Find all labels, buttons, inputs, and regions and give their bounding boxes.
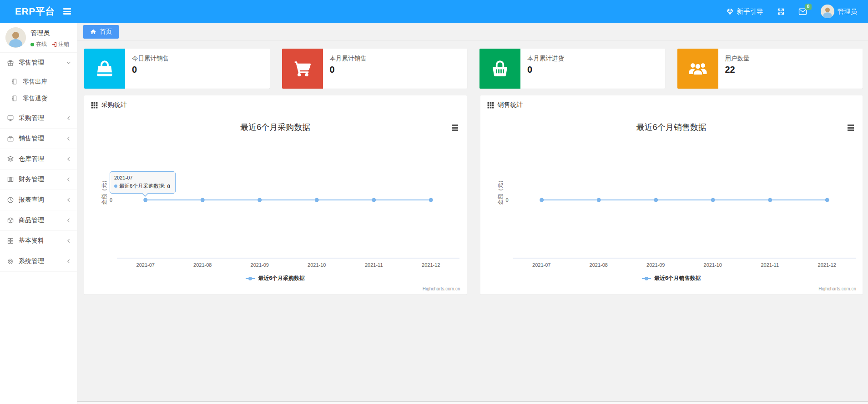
shopping-bag-icon	[84, 49, 125, 89]
sidebar-item-label: 仓库管理	[19, 155, 44, 163]
page-footer	[77, 401, 868, 404]
sidebar-item-retail-outbound[interactable]: 零售出库	[0, 73, 77, 90]
grid-icon	[7, 237, 15, 244]
legend-item[interactable]: 最近6个月销售数据	[480, 274, 863, 282]
chart-tooltip: 2021-07 最近6个月采购数据: 0	[110, 171, 176, 194]
sidebar-item-label: 零售管理	[19, 59, 44, 67]
legend-marker-icon	[642, 276, 651, 281]
online-status-label: 在线	[36, 40, 47, 48]
sidebar-item-warehouse[interactable]: 仓库管理	[0, 149, 77, 170]
highcharts-credit-link[interactable]: Highcharts.com.cn	[423, 286, 460, 291]
layers-icon	[7, 155, 15, 163]
sidebar-item-label: 系统管理	[19, 257, 44, 265]
sidebar-submenu-retail: 零售出库 零售退货	[0, 73, 77, 108]
sidebar-item-label: 商品管理	[19, 216, 44, 224]
messages-button[interactable]: 0	[798, 8, 807, 15]
stat-label: 本月累计销售	[330, 55, 367, 63]
chevron-left-icon	[66, 177, 71, 182]
chevron-left-icon	[66, 239, 71, 243]
sidebar-user-card: 管理员 在线 注销	[0, 23, 77, 53]
clock-icon	[7, 196, 15, 204]
chevron-down-icon	[66, 60, 71, 65]
sidebar-menu: 零售管理 零售出库 零售退货	[0, 53, 77, 272]
home-icon	[90, 29, 96, 35]
stat-value: 22	[725, 65, 750, 75]
chevron-left-icon	[66, 259, 71, 264]
sales-chart: 最近6个月销售数据 金额（元） 0 2021-072021-082021-092…	[480, 115, 863, 294]
monitor-icon	[7, 115, 15, 122]
tab-bar: 首页	[77, 23, 868, 41]
sidebar-item-label: 零售退货	[23, 95, 47, 103]
stat-value: 0	[330, 65, 367, 75]
sidebar-item-reports[interactable]: 报表查询	[0, 190, 77, 210]
gear-icon	[7, 258, 15, 265]
series-dot-icon	[114, 185, 117, 188]
file-icon	[11, 78, 19, 85]
avatar	[821, 5, 834, 18]
sidebar: 管理员 在线 注销 零售管理	[0, 23, 77, 404]
app-brand: ERP平台	[0, 5, 55, 18]
chevron-left-icon	[66, 157, 71, 161]
briefcase-icon	[7, 135, 15, 142]
chart-panels-row: 采购统计 最近6个月采购数据 金额（元） 0 2021-072021-08202…	[77, 89, 868, 294]
top-navbar: ERP平台 新手引导 0	[0, 0, 868, 23]
sidebar-item-label: 销售管理	[19, 135, 44, 143]
stat-card-month-sales: 本月累计销售 0	[282, 49, 468, 89]
package-icon	[7, 217, 15, 224]
logout-button[interactable]: 注销	[51, 40, 69, 48]
stat-label: 本月累计进货	[527, 55, 564, 63]
sidebar-item-retail-return[interactable]: 零售退货	[0, 90, 77, 107]
fullscreen-button[interactable]	[777, 8, 785, 15]
stat-value: 0	[527, 65, 564, 75]
chevron-left-icon	[66, 198, 71, 202]
book-icon	[7, 176, 15, 183]
chevron-left-icon	[66, 116, 71, 120]
legend-item[interactable]: 最近6个月采购数据	[84, 274, 467, 282]
tooltip-arrow	[141, 193, 149, 197]
sidebar-item-retail[interactable]: 零售管理	[0, 53, 77, 73]
sidebar-toggle-icon[interactable]	[63, 8, 71, 14]
highcharts-credit-link[interactable]: Highcharts.com.cn	[818, 286, 856, 291]
th-grid-icon	[487, 102, 494, 109]
stat-label: 用户数量	[725, 55, 750, 63]
sidebar-item-basic-data[interactable]: 基本资料	[0, 231, 77, 251]
sidebar-item-label: 财务管理	[19, 175, 44, 184]
user-menu[interactable]: 管理员	[821, 5, 858, 18]
online-status-dot	[30, 43, 34, 46]
th-grid-icon	[91, 102, 98, 109]
shopping-cart-icon	[282, 49, 323, 89]
panel-title: 销售统计	[498, 101, 523, 109]
sidebar-user-name: 管理员	[30, 29, 69, 37]
beginner-guide-label: 新手引导	[737, 7, 763, 16]
stat-value: 0	[132, 65, 169, 75]
beginner-guide-button[interactable]: 新手引导	[726, 7, 763, 16]
sidebar-item-purchase[interactable]: 采购管理	[0, 108, 77, 129]
sidebar-item-goods[interactable]: 商品管理	[0, 210, 77, 231]
stat-label: 今日累计销售	[132, 55, 169, 63]
main-content: 首页 今日累计销售 0	[77, 23, 868, 404]
legend-marker-icon	[246, 276, 255, 281]
fullscreen-icon	[777, 8, 785, 15]
sidebar-item-sales[interactable]: 销售管理	[0, 129, 77, 149]
tab-home[interactable]: 首页	[83, 25, 119, 39]
stat-cards-row: 今日累计销售 0 本月累计销售 0	[77, 41, 868, 89]
gift-icon	[7, 59, 15, 66]
purchase-chart: 最近6个月采购数据 金额（元） 0 2021-072021-082021-092…	[84, 115, 467, 294]
logout-icon	[51, 42, 57, 47]
user-name: 管理员	[838, 7, 858, 16]
sidebar-item-label: 报表查询	[19, 196, 44, 204]
sidebar-item-finance[interactable]: 财务管理	[0, 170, 77, 190]
stat-card-user-count: 用户数量 22	[677, 49, 863, 89]
sidebar-item-label: 采购管理	[19, 114, 44, 122]
sidebar-item-label: 基本资料	[19, 237, 44, 245]
sidebar-item-system[interactable]: 系统管理	[0, 251, 77, 272]
message-count-badge: 0	[805, 4, 812, 10]
stat-card-today-sales: 今日累计销售 0	[84, 49, 270, 89]
users-icon	[677, 49, 718, 89]
shopping-basket-icon	[479, 49, 520, 89]
chevron-left-icon	[66, 218, 71, 223]
sidebar-item-label: 零售出库	[23, 78, 47, 86]
purchase-stats-panel: 采购统计 最近6个月采购数据 金额（元） 0 2021-072021-08202…	[84, 95, 467, 294]
gem-icon	[726, 8, 734, 15]
file-icon	[11, 95, 19, 102]
